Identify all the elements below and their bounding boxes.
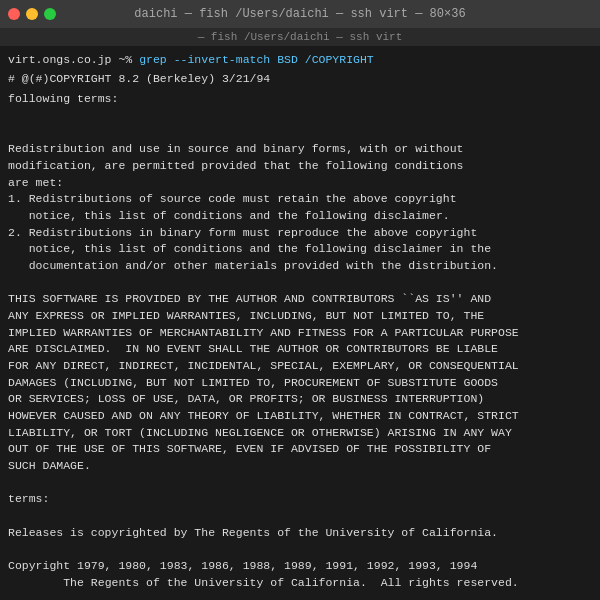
close-button[interactable] [8,8,20,20]
subtitle-bar: — fish /Users/daichi — ssh virt [0,28,600,46]
window-title: daichi — fish /Users/daichi — ssh virt —… [134,7,465,21]
terminal-body-text: following terms: Redistribution and use … [8,91,592,600]
traffic-lights [8,8,56,20]
copyright-line: # @(#)COPYRIGHT 8.2 (Berkeley) 3/21/94 [8,71,592,88]
minimize-button[interactable] [26,8,38,20]
terminal-window: daichi — fish /Users/daichi — ssh virt —… [0,0,600,600]
title-bar: daichi — fish /Users/daichi — ssh virt —… [0,0,600,28]
prompt-line: virt.ongs.co.jp ~% grep --invert-match B… [8,52,592,69]
prompt-command: grep --invert-match BSD /COPYRIGHT [139,53,374,66]
terminal-content[interactable]: virt.ongs.co.jp ~% grep --invert-match B… [0,46,600,600]
maximize-button[interactable] [44,8,56,20]
prompt-host: virt.ongs.co.jp ~% [8,53,139,66]
window-subtitle: — fish /Users/daichi — ssh virt [198,31,403,43]
